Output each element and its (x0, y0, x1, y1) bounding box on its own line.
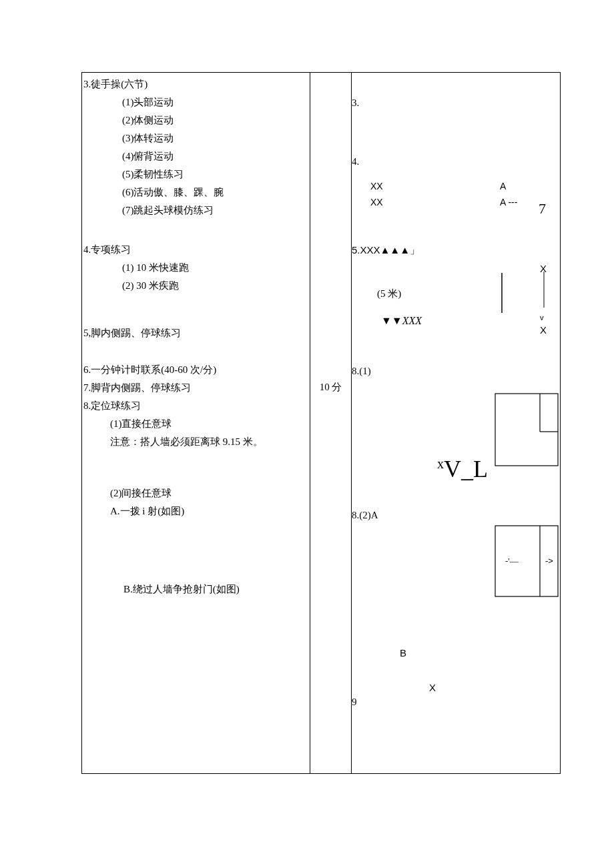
section-3-item-7: (7)跳起头球模仿练习 (83, 201, 306, 220)
formation-xx-1: XX (370, 178, 383, 195)
section-4-item-2: (2) 30 米疾跑 (83, 277, 306, 295)
section-3-item-6: (6)活动傲、膝、踝、腕 (83, 183, 306, 201)
section-4-item-1: (1) 10 米快速跑 (83, 259, 306, 277)
tri-glyphs: ▼▼ (381, 315, 402, 326)
section-5: 5,脚内侧踢、停球练习 (83, 324, 306, 342)
marker-5-text: 5.XXX▲▲▲」 (352, 244, 420, 256)
number-7: 7 (539, 195, 546, 222)
section-4: 4.专项练习 (1) 10 米快速跑 (2) 30 米疾跑 (83, 241, 306, 295)
section-8-a: A.一拨 i 射(如图) (83, 502, 306, 520)
formation-a-1: A (500, 178, 506, 195)
diagram-column: 3. 4. XX A XX A --- 7 5.XXX▲▲▲」 X (5 米) … (352, 73, 560, 773)
section-3-item-1: (1)头部运动 (83, 93, 306, 111)
document-page: 3.徒手操(六节) (1)头部运动 (2)体侧运动 (3)体转运动 (4)俯背运… (0, 0, 614, 868)
marker-9: 9 (352, 693, 357, 711)
diagram-b-label: B (400, 644, 406, 662)
marker-8-1: 8.(1) (352, 362, 371, 380)
formation-xx-2: XX (370, 194, 383, 211)
lesson-table: 3.徒手操(六节) (1)头部运动 (2)体侧运动 (3)体转运动 (4)俯背运… (81, 72, 561, 774)
section-6: 6.一分钟计时联系(40-60 次/分) (83, 361, 306, 379)
xvl-main: V_L (444, 456, 488, 482)
section-4-title: 4.专项练习 (83, 241, 306, 259)
dash-left: -'— (505, 553, 519, 568)
xvl-sup: x (437, 456, 444, 471)
duration-label: 10 分 (310, 378, 351, 396)
formation-a-2: A --- (500, 194, 517, 211)
time-column: 10 分 (310, 73, 352, 773)
distance-label: (5 米) (377, 285, 401, 303)
svg-rect-2 (495, 394, 558, 466)
section-8-sub1: (1)直接任意球 (83, 415, 306, 433)
content-column: 3.徒手操(六节) (1)头部运动 (2)体侧运动 (3)体转运动 (4)俯背运… (82, 73, 310, 773)
section-3: 3.徒手操(六节) (1)头部运动 (2)体侧运动 (3)体转运动 (4)俯背运… (83, 75, 306, 220)
section-8-sub2: (2)间接任意球 (83, 484, 306, 502)
marker-3: 3. (352, 94, 359, 112)
section-7: 7.脚背内侧踢、停球练习 (83, 379, 306, 397)
diagram-x-label: X (429, 679, 436, 697)
goal-diagram-1 (495, 393, 559, 466)
arrow-right: -> (545, 553, 553, 568)
xvl-label: xV_L (437, 448, 488, 491)
section-3-item-4: (4)俯背运动 (83, 147, 306, 165)
triangles-down: ▼▼XXX (381, 312, 422, 331)
x-bottom: X (540, 321, 547, 339)
section-3-title: 3.徒手操(六节) (83, 75, 306, 93)
vertical-arrow (539, 272, 549, 314)
section-3-item-5: (5)柔韧性练习 (83, 165, 306, 183)
section-8-note: 注意：搭人墙必须距离球 9.15 米。 (83, 433, 306, 451)
section-8-title: 8.定位球练习 (83, 397, 306, 415)
marker-8-2a: 8.(2)A (352, 506, 378, 524)
section-8-b: B.绕过人墙争抢射门(如图) (83, 580, 306, 598)
marker-4: 4. (352, 153, 359, 171)
vertical-bar-1 (500, 273, 505, 313)
section-3-item-3: (3)体转运动 (83, 129, 306, 147)
xxx-italic: XXX (402, 315, 422, 326)
marker-5: 5.XXX▲▲▲」 (352, 241, 420, 260)
section-3-item-2: (2)体侧运动 (83, 111, 306, 129)
